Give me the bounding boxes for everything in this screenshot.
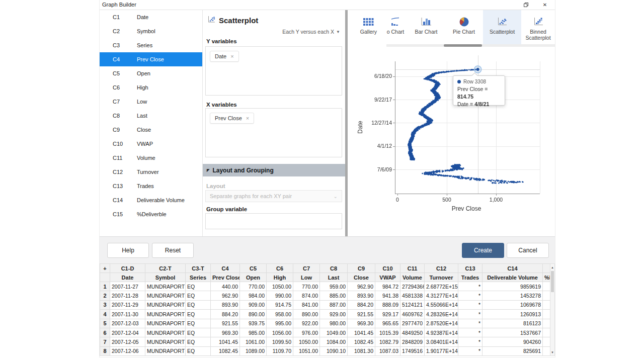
table-cell[interactable]: 1099.50 [267,337,293,346]
table-cell[interactable]: 1050.00 [267,282,293,291]
table-cell[interactable]: 1050.00 [293,337,320,346]
column-id-header[interactable]: C14 [482,264,543,273]
table-cell[interactable]: 1087.03 [375,346,400,355]
y-variables-box[interactable]: Date × [205,46,342,96]
gallery-item-o-chart[interactable]: o Chart [383,10,408,44]
table-cell[interactable]: MUNDRAPORT [145,319,186,328]
table-cell[interactable]: 3.08401E+14 [425,337,458,346]
table-cell[interactable]: 1041.45 [348,328,375,337]
row-number[interactable]: 5 [100,319,110,328]
column-id-header[interactable]: C11 [400,264,425,273]
column-name-header[interactable]: Turnover [425,273,458,282]
table-cell[interactable]: 969.30 [348,319,375,328]
table-cell[interactable]: 1082.45 [348,337,375,346]
table-cell[interactable]: 1061.00 [240,337,267,346]
column-item-c12[interactable]: C12Turnover [100,165,202,179]
column-item-c4[interactable]: C4Prev Close [100,52,202,66]
row-number[interactable]: 7 [100,337,110,346]
column-item-c10[interactable]: C10VWAP [100,137,202,151]
table-cell[interactable]: 825691 [482,346,543,355]
layout-grouping-header[interactable]: ◤ Layout and Grouping [203,164,345,176]
table-cell[interactable] [543,328,550,337]
column-id-header[interactable] [543,264,550,273]
table-cell[interactable]: 1049.00 [320,328,348,337]
table-cell[interactable]: 1084.00 [320,337,348,346]
column-id-header[interactable]: C13 [458,264,482,273]
table-cell[interactable]: MUNDRAPORT [145,310,186,319]
column-item-c1[interactable]: C1Date [100,10,202,24]
row-number[interactable]: 6 [100,328,110,337]
table-cell[interactable]: 1260913 [482,310,543,319]
table-cell[interactable]: EQ [186,346,211,355]
scroll-up-icon[interactable]: ▲ [550,264,554,270]
column-id-header[interactable]: C2-T [145,264,186,273]
table-cell[interactable]: 962.90 [348,282,375,291]
table-cell[interactable]: 984.00 [240,291,267,300]
table-cell[interactable]: 816123 [482,319,543,328]
table-cell[interactable] [543,346,550,355]
table-cell[interactable]: 980.00 [320,319,348,328]
x-variable-chip[interactable]: Prev Close × [210,113,254,124]
column-name-header[interactable]: High [267,273,293,282]
table-cell[interactable]: 2.87520E+14 [425,319,458,328]
table-cell[interactable]: 9859619 [482,282,543,291]
table-cell[interactable]: 922.00 [293,319,320,328]
remove-chip-icon[interactable]: × [246,115,249,121]
scatter-plot-canvas[interactable] [348,46,555,221]
table-cell[interactable]: 4609762 [400,310,425,319]
row-number[interactable]: 2 [100,291,110,300]
table-cell[interactable]: 4.28326E+14 [425,310,458,319]
table-cell[interactable]: 440.00 [211,282,240,291]
table-cell[interactable]: 890.00 [240,310,267,319]
table-cell[interactable]: * [458,337,482,346]
table-cell[interactable]: 1069678 [482,300,543,309]
table-cell[interactable]: 1537667 [482,328,543,337]
table-cell[interactable]: 2007-11-27 [110,282,145,291]
table-cell[interactable]: 2007-11-28 [110,291,145,300]
table-cell[interactable]: 2007-11-29 [110,300,145,309]
gallery-item-bar-chart[interactable]: Bar Chart [408,10,445,44]
table-cell[interactable]: 965.65 [375,319,400,328]
column-name-header[interactable]: Deliverable Volume [482,273,543,282]
table-cell[interactable]: 914.75 [267,300,293,309]
table-cell[interactable]: 959.00 [320,282,348,291]
table-cell[interactable]: EQ [186,310,211,319]
table-cell[interactable]: 2977470 [400,319,425,328]
table-cell[interactable]: 909.00 [240,300,267,309]
y-variable-chip[interactable]: Date × [210,51,239,62]
table-cell[interactable]: 885.00 [320,291,348,300]
table-cell[interactable]: 841.00 [293,300,320,309]
table-cell[interactable] [543,282,550,291]
table-cell[interactable]: 888.09 [375,300,400,309]
column-item-c7[interactable]: C7Low [100,95,202,109]
table-cell[interactable]: 1090.10 [320,346,348,355]
column-item-c6[interactable]: C6High [100,80,202,95]
table-cell[interactable]: 985.00 [240,328,267,337]
table-cell[interactable]: 1082.79 [375,337,400,346]
table-cell[interactable]: * [458,310,482,319]
table-cell[interactable]: 2007-11-30 [110,310,145,319]
column-name-header[interactable]: VWAP [375,273,400,282]
table-corner-cell[interactable]: + [100,264,110,273]
column-item-c14[interactable]: C14Deliverable Volume [100,193,202,207]
column-id-header[interactable]: C6 [267,264,293,273]
column-item-c3[interactable]: C3Series [100,38,202,52]
table-cell[interactable]: * [458,291,482,300]
cancel-button[interactable]: Cancel [507,243,549,258]
column-name-header[interactable]: Close [348,273,375,282]
column-name-header[interactable]: Series [186,273,211,282]
column-id-header[interactable]: C3-T [186,264,211,273]
table-cell[interactable]: 770.00 [240,282,267,291]
table-cell[interactable]: MUNDRAPORT [145,282,186,291]
table-cell[interactable]: 1749516 [400,346,425,355]
table-cell[interactable]: MUNDRAPORT [145,291,186,300]
column-id-header[interactable]: C5 [240,264,267,273]
column-name-header[interactable]: Low [293,273,320,282]
column-item-c5[interactable]: C5Open [100,66,202,80]
table-cell[interactable]: MUNDRAPORT [145,346,186,355]
plot-mode-dropdown[interactable]: Each Y versus each X ▼ [282,29,340,35]
column-id-header[interactable]: C7 [293,264,320,273]
column-name-header[interactable]: Trades [458,273,482,282]
column-name-header[interactable]: Last [320,273,348,282]
column-id-header[interactable]: C10 [375,264,400,273]
